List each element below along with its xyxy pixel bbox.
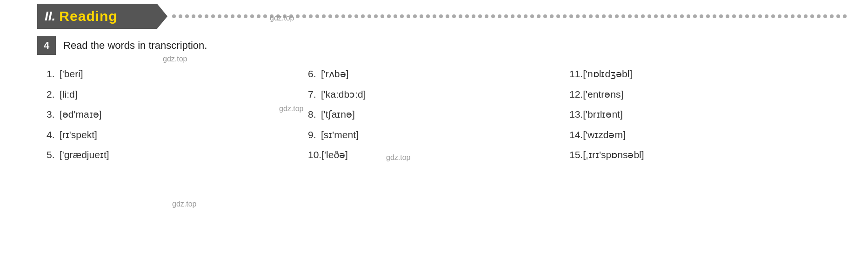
words-column-col1: 1.['beri]2.[li:d]3.[əd'maɪə]4.[rɪ'spekt]… — [47, 66, 308, 163]
dot — [179, 14, 182, 18]
dot — [732, 14, 736, 18]
dot — [394, 14, 397, 18]
dot — [810, 14, 814, 18]
dot — [205, 14, 208, 18]
word-transcription: ['brɪlɪənt] — [583, 109, 623, 120]
word-transcription: ['grædjueɪt] — [60, 149, 109, 160]
header-section: II. Reading — [0, 0, 868, 29]
dot — [595, 14, 599, 18]
dot — [830, 14, 834, 18]
word-item: 12.['entrəns] — [569, 86, 831, 102]
word-number: 11. — [569, 66, 583, 82]
dot — [348, 14, 352, 18]
dot — [778, 14, 781, 18]
dot — [654, 14, 658, 18]
word-item: 2.[li:d] — [47, 86, 308, 102]
dot — [459, 14, 462, 18]
dot — [465, 14, 469, 18]
section-number: II. — [45, 9, 55, 24]
dot — [700, 14, 703, 18]
dot — [218, 14, 221, 18]
words-column-col3: 11.['nɒlɪdʒəbl]12.['entrəns]13.['brɪlɪən… — [569, 66, 831, 163]
dot — [693, 14, 697, 18]
dot — [556, 14, 560, 18]
dot — [641, 14, 645, 18]
words-section: 1.['beri]2.[li:d]3.[əd'maɪə]4.[rɪ'spekt]… — [0, 62, 868, 172]
word-item: 14.['wɪzdəm] — [569, 127, 831, 143]
dot — [400, 14, 404, 18]
watermark-3: gdz.top — [279, 105, 303, 113]
watermark-1: gdz.top — [270, 14, 294, 22]
word-number: 10. — [308, 147, 321, 163]
dot — [335, 14, 339, 18]
dot — [315, 14, 319, 18]
dot — [537, 14, 541, 18]
dot — [719, 14, 723, 18]
dot — [302, 14, 306, 18]
word-number: 13. — [569, 106, 583, 122]
word-item: 1.['beri] — [47, 66, 308, 82]
dot — [452, 14, 456, 18]
section-title-block: II. Reading — [37, 4, 167, 29]
dot — [517, 14, 521, 18]
dot — [485, 14, 488, 18]
dot — [433, 14, 436, 18]
dot — [602, 14, 606, 18]
word-item: 4.[rɪ'spekt] — [47, 127, 308, 143]
word-item: 7.['ka:dbɔ:d] — [308, 86, 569, 102]
word-number: 7. — [308, 86, 321, 102]
dot — [426, 14, 430, 18]
dot — [648, 14, 651, 18]
dot — [784, 14, 788, 18]
dot — [745, 14, 749, 18]
dot — [250, 14, 254, 18]
dot — [621, 14, 625, 18]
task-instruction: Read the words in transcription. — [63, 40, 207, 52]
dot — [804, 14, 808, 18]
dot — [634, 14, 638, 18]
word-transcription: ['wɪzdəm] — [583, 129, 626, 140]
watermark-5: gdz.top — [172, 200, 196, 208]
dot — [322, 14, 326, 18]
dot — [667, 14, 671, 18]
word-transcription: [sɪ'ment] — [321, 129, 359, 140]
word-transcription: ['leðə] — [321, 149, 348, 160]
word-transcription: [əd'maɪə] — [60, 109, 102, 120]
dot — [211, 14, 215, 18]
dot — [615, 14, 619, 18]
word-transcription: [ˌɪrɪ'spɒnsəbl] — [583, 149, 644, 160]
dot — [589, 14, 593, 18]
dot — [374, 14, 378, 18]
dot — [341, 14, 345, 18]
dot — [687, 14, 690, 18]
dot — [257, 14, 260, 18]
dot — [439, 14, 443, 18]
dot — [582, 14, 586, 18]
word-number: 6. — [308, 66, 321, 82]
dot — [192, 14, 195, 18]
dot — [328, 14, 332, 18]
dot — [771, 14, 775, 18]
dot — [309, 14, 313, 18]
word-transcription: ['entrəns] — [583, 89, 623, 100]
word-item: 5.['grædjueɪt] — [47, 147, 308, 163]
word-number: 5. — [47, 147, 60, 163]
word-number: 14. — [569, 127, 583, 143]
dot — [478, 14, 482, 18]
dot — [361, 14, 365, 18]
word-number: 2. — [47, 86, 60, 102]
task-badge: 4 — [37, 36, 56, 55]
dot — [726, 14, 729, 18]
word-item: 10.['leðə] — [308, 147, 569, 163]
dot — [367, 14, 371, 18]
word-item: 11.['nɒlɪdʒəbl] — [569, 66, 831, 82]
word-number: 8. — [308, 106, 321, 122]
dot — [407, 14, 410, 18]
page-container: II. Reading gdz.top gdz.top gdz.top gdz.… — [0, 0, 868, 266]
dot — [608, 14, 612, 18]
dot — [224, 14, 228, 18]
dot — [823, 14, 827, 18]
dot — [472, 14, 475, 18]
dot — [504, 14, 508, 18]
dot — [413, 14, 417, 18]
